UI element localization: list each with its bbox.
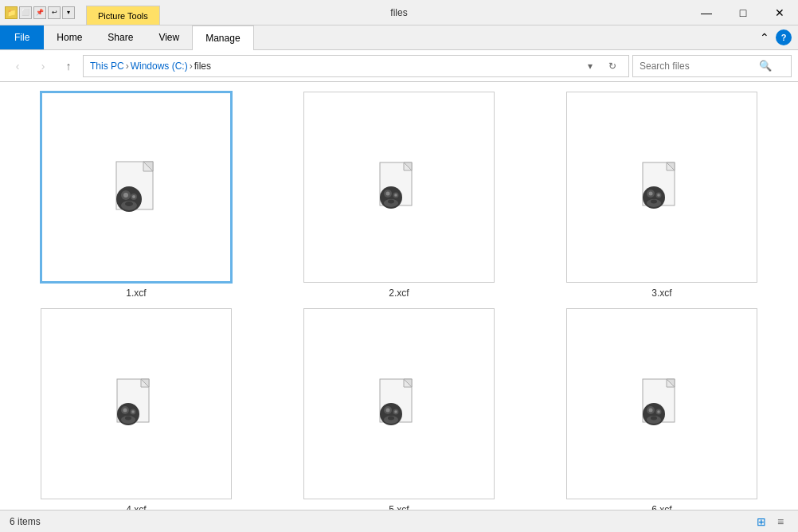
picture-tools-tab: Picture Tools [86,6,160,25]
list-item[interactable]: 2.xcf [272,92,526,299]
svg-point-37 [131,410,135,413]
path-sep-1: › [126,61,129,72]
svg-point-27 [657,194,660,197]
svg-point-29 [651,200,657,204]
address-bar: ‹ › ↑ This PC › Windows (C:) › files ▾ ↻… [0,50,798,82]
file-thumbnail-3 [566,92,757,283]
svg-point-49 [388,417,394,421]
file-icon-4 [112,376,160,432]
svg-point-57 [657,410,660,413]
title-bar-left: 📁 ⬜ 📌 ↩ ▾ [0,0,80,25]
tab-share[interactable]: Share [95,25,146,49]
file-thumbnail-1 [41,92,232,283]
up-button[interactable]: ↑ [57,55,80,77]
svg-point-47 [394,410,397,413]
maximize-button[interactable]: □ [725,0,761,25]
svg-point-59 [651,417,657,421]
picture-tools-label: Picture Tools [98,11,148,21]
file-icon-1 [108,155,164,219]
tab-manage[interactable]: Manage [192,25,253,50]
file-icon-6 [638,376,686,432]
file-label-3: 3.xcf [651,288,671,299]
svg-point-36 [123,409,127,413]
path-this-pc[interactable]: This PC [90,61,124,72]
file-thumbnail-2 [303,92,495,283]
svg-point-39 [125,417,131,421]
quick-access-dropdown[interactable]: ▾ [62,6,75,19]
ribbon-tab-bar: File Home Share View Manage ⌃ ? [0,25,798,49]
tab-file[interactable]: File [0,25,44,49]
tab-view[interactable]: View [146,25,192,49]
quick-access-undo[interactable]: ↩ [48,6,61,19]
svg-point-26 [649,192,653,196]
file-thumbnail-6 [566,308,757,499]
file-label-5: 5.xcf [389,504,409,510]
file-label-6: 6.xcf [651,504,671,510]
app-name: files [390,7,407,18]
file-icon-3 [638,159,686,215]
help-button[interactable]: ? [776,29,792,45]
list-item[interactable]: 3.xcf [535,92,788,299]
address-path[interactable]: This PC › Windows (C:) › files ▾ ↻ [83,55,629,77]
path-current: files [194,61,211,72]
list-view-button[interactable]: ≡ [773,514,788,530]
list-item[interactable]: 5.xcf [272,308,526,510]
view-controls: ⊞ ≡ [753,514,788,530]
list-item[interactable]: 6.xcf [535,308,788,510]
svg-point-9 [125,201,133,206]
grid-view-button[interactable]: ⊞ [753,514,769,530]
svg-point-16 [386,192,390,196]
back-button[interactable]: ‹ [6,55,29,77]
minimize-button[interactable]: — [688,0,725,25]
ribbon: File Home Share View Manage ⌃ ? [0,25,798,50]
file-icon-5 [375,376,423,432]
list-item[interactable]: 4.xcf [10,308,263,510]
file-label-4: 4.xcf [126,504,146,510]
path-sep-2: › [190,61,193,72]
search-input[interactable] [640,61,759,72]
ribbon-help: ⌃ ? [757,25,798,49]
main-content: 1.xcf [0,82,798,510]
svg-point-19 [388,200,394,204]
search-box[interactable]: 🔍 [632,55,792,77]
item-count: 6 items [10,516,41,527]
file-icon-2 [375,159,423,215]
svg-point-46 [386,409,390,413]
path-dropdown-btn[interactable]: ▾ [581,57,600,75]
svg-point-17 [394,194,397,197]
path-dropdown-area: ▾ ↻ [581,57,622,75]
quick-access-new[interactable]: ⬜ [19,6,32,19]
window-controls: — □ ✕ [688,0,798,25]
folder-icon: 📁 [5,6,18,19]
svg-point-7 [132,195,135,198]
file-label-2: 2.xcf [389,288,409,299]
quick-access-pin[interactable]: 📌 [33,6,46,19]
svg-point-6 [123,193,128,198]
path-refresh-btn[interactable]: ↻ [603,57,622,75]
file-thumbnail-5 [303,308,495,499]
ribbon-collapse[interactable]: ⌃ [757,28,773,47]
status-bar: 6 items ⊞ ≡ [0,510,798,532]
list-item[interactable]: 1.xcf [10,92,263,299]
title-bar: 📁 ⬜ 📌 ↩ ▾ Picture Tools files — □ ✕ [0,0,798,25]
search-icon[interactable]: 🔍 [759,60,772,72]
file-thumbnail-4 [41,308,232,499]
path-windows-c[interactable]: Windows (C:) [131,61,188,72]
close-button[interactable]: ✕ [761,0,798,25]
file-grid: 1.xcf [0,82,798,510]
svg-point-56 [649,409,653,413]
tab-home[interactable]: Home [44,25,95,49]
file-label-1: 1.xcf [126,288,146,299]
forward-button[interactable]: › [32,55,54,77]
